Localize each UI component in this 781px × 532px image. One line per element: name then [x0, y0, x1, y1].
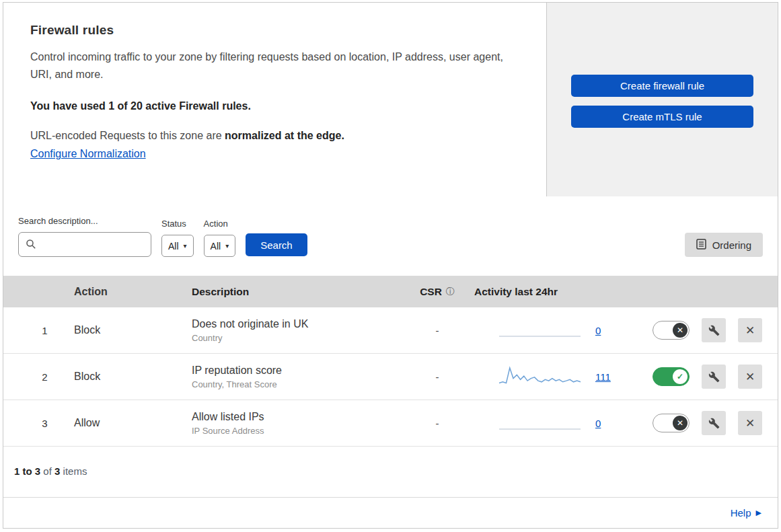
normalization-bold: normalized at the edge. [225, 130, 344, 141]
rule-csr-value: - [400, 325, 474, 336]
rule-description-fields: IP Source Address [192, 426, 400, 436]
rule-action: Block [67, 324, 185, 336]
pagination-summary: 1 to 3 of 3 items [3, 447, 778, 497]
action-filter-group: Action All ▾ [204, 219, 236, 257]
toggle-knob-icon: ✕ [673, 416, 687, 430]
rule-priority: 1 [3, 325, 67, 336]
edit-rule-button[interactable] [702, 318, 726, 342]
table-header: Action Description CSR ⓘ Activity last 2… [3, 276, 778, 307]
configure-normalization-link[interactable]: Configure Normalization [30, 148, 146, 160]
toggle-knob-icon: ✓ [673, 369, 687, 384]
rule-action: Block [67, 371, 185, 383]
delete-icon: ✕ [745, 325, 755, 336]
actions-panel: Create firewall rule Create mTLS rule [547, 3, 778, 196]
rule-csr-value: - [400, 418, 474, 429]
ordering-button-label: Ordering [712, 239, 751, 251]
action-filter-value: All [211, 241, 221, 252]
rule-csr-value: - [400, 371, 474, 383]
usage-summary: You have used 1 of 20 active Firewall ru… [30, 100, 519, 112]
page-title: Firewall rules [30, 23, 519, 38]
status-filter-dropdown[interactable]: All ▾ [161, 235, 194, 257]
edit-rule-button[interactable] [702, 365, 726, 389]
chevron-down-icon: ▾ [184, 242, 187, 250]
action-filter-label: Action [204, 219, 236, 229]
rule-activity: 0 [474, 411, 636, 435]
rule-enabled-toggle[interactable]: ✕ [653, 321, 690, 340]
chevron-down-icon: ▾ [225, 242, 229, 250]
activity-sparkline [498, 318, 582, 342]
delete-rule-button[interactable]: ✕ [738, 318, 762, 342]
search-button[interactable]: Search [246, 233, 307, 256]
rule-action: Allow [67, 417, 185, 429]
rule-description-title: Allow listed IPs [192, 411, 400, 423]
help-arrow-icon: ▶ [756, 508, 761, 517]
csr-column-label: CSR [420, 286, 442, 298]
rule-description-title: IP reputation score [192, 365, 400, 377]
rule-priority: 3 [3, 418, 67, 429]
rule-controls: ✕ ✕ [636, 411, 778, 435]
rule-description: IP reputation score Country, Threat Scor… [185, 365, 400, 389]
firewall-rules-page: Firewall rules Control incoming traffic … [3, 2, 778, 529]
pagination-items: items [60, 465, 87, 477]
table-row: 2 Block IP reputation score Country, Thr… [3, 354, 778, 400]
ordering-button[interactable]: Ordering [685, 233, 763, 257]
edit-rule-button[interactable] [702, 411, 726, 435]
description-column-header: Description [185, 286, 400, 298]
rule-priority: 2 [3, 371, 67, 383]
list-document-icon [696, 239, 706, 252]
info-icon[interactable]: ⓘ [446, 286, 455, 298]
normalization-text: URL-encoded Requests to this zone are [30, 130, 225, 141]
search-group: Search description... [18, 216, 151, 257]
pagination-range: 1 to 3 [14, 465, 40, 477]
delete-icon: ✕ [745, 418, 755, 429]
activity-sparkline [498, 411, 582, 435]
activity-count-link[interactable]: 0 [595, 325, 601, 336]
activity-count-link[interactable]: 0 [595, 418, 601, 429]
status-filter-value: All [168, 241, 179, 252]
delete-icon: ✕ [745, 371, 755, 383]
delete-rule-button[interactable]: ✕ [738, 365, 762, 389]
activity-count-link[interactable]: 111 [595, 371, 611, 383]
filter-bar: Search description... Status All ▾ Actio… [3, 196, 778, 276]
create-mtls-rule-button[interactable]: Create mTLS rule [571, 106, 753, 128]
rule-description-title: Does not originate in UK [192, 318, 400, 330]
wrench-icon [708, 325, 720, 336]
delete-rule-button[interactable]: ✕ [738, 411, 762, 435]
page-description: Control incoming traffic to your zone by… [30, 48, 519, 83]
status-filter-group: Status All ▾ [161, 219, 194, 257]
rule-activity: 0 [474, 318, 636, 342]
rule-description: Allow listed IPs IP Source Address [185, 411, 400, 436]
intro-panel: Firewall rules Control incoming traffic … [3, 3, 547, 196]
rule-description: Does not originate in UK Country [185, 318, 400, 343]
search-label: Search description... [18, 216, 151, 226]
csr-column-header: CSR ⓘ [400, 286, 474, 298]
pagination-of: of [40, 465, 54, 477]
wrench-icon [708, 418, 720, 429]
table-row: 3 Allow Allow listed IPs IP Source Addre… [3, 400, 778, 447]
help-link[interactable]: Help [731, 507, 751, 519]
page-header: Firewall rules Control incoming traffic … [3, 3, 778, 196]
search-box [18, 232, 151, 257]
help-bar: Help ▶ [3, 497, 778, 528]
rule-description-fields: Country [192, 333, 400, 343]
wrench-icon [708, 371, 720, 383]
rule-controls: ✓ ✕ [636, 365, 778, 389]
normalization-note: URL-encoded Requests to this zone are no… [30, 130, 519, 142]
rule-controls: ✕ ✕ [636, 318, 778, 342]
activity-column-header: Activity last 24hr [474, 286, 636, 298]
rule-activity: 111 [474, 365, 636, 389]
rule-enabled-toggle[interactable]: ✕ [653, 414, 690, 432]
toggle-knob-icon: ✕ [673, 323, 687, 338]
action-column-header: Action [67, 286, 185, 298]
rule-description-fields: Country, Threat Score [192, 379, 400, 389]
table-row: 1 Block Does not originate in UK Country… [3, 307, 778, 354]
create-firewall-rule-button[interactable]: Create firewall rule [571, 75, 753, 97]
rule-enabled-toggle[interactable]: ✓ [653, 367, 690, 386]
activity-sparkline [498, 365, 582, 389]
status-filter-label: Status [161, 219, 194, 229]
action-filter-dropdown[interactable]: All ▾ [204, 235, 236, 257]
search-input[interactable] [18, 232, 151, 257]
